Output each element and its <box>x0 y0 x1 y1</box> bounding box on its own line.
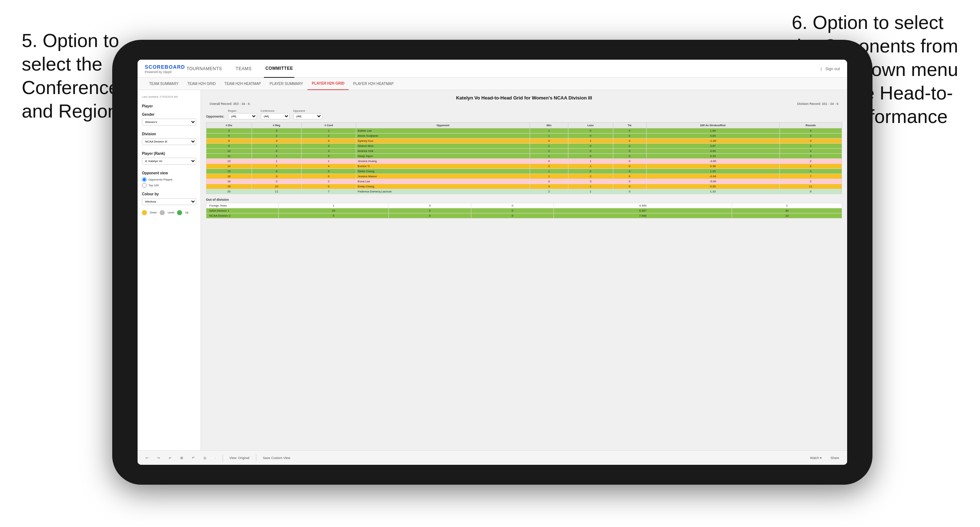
cell-tie: 0 <box>613 144 646 149</box>
nav-item-tournaments[interactable]: TOURNAMENTS <box>185 60 223 78</box>
cell-rounds: 7 <box>780 174 842 179</box>
cell-div: 19 <box>206 184 252 189</box>
cell-conf: 3 <box>302 138 356 144</box>
cell-tie: 0 <box>613 154 646 159</box>
cell-tie: 0 <box>613 179 646 184</box>
table-row: 19 10 6 Emily Chang 4 1 0 0.30 11 <box>206 184 842 189</box>
col-div: # Div <box>206 122 252 129</box>
cell-tie: 0 <box>613 159 646 164</box>
conference-filter-select[interactable]: (All) <box>261 113 290 119</box>
down-indicator <box>142 210 147 215</box>
ood-table-row: NAIA Division 1 15 0 0 9.267 30 <box>206 208 842 213</box>
opponent-filter-group: Opponent (All) <box>293 109 322 119</box>
cell-diff: 4.00 <box>646 149 780 154</box>
player-rank-select[interactable]: 8. Katelyn Vo <box>142 158 196 165</box>
toolbar-rotate[interactable]: ↶ <box>190 456 197 460</box>
subnav-player-summary[interactable]: PLAYER SUMMARY <box>266 78 307 90</box>
cell-reg: 11 <box>251 189 301 194</box>
cell-opponent: Jessica Huang <box>356 159 530 164</box>
subnav-team-h2h-grid[interactable]: TEAM H2H GRID <box>183 78 220 90</box>
tablet-screen: SCOREBOARD Powered by clippd TOURNAMENTS… <box>138 60 847 465</box>
cell-rounds: 4 <box>780 169 842 174</box>
table-row: 13 1 1 Jessica Huang 0 1 0 -3.00 2 <box>206 159 842 164</box>
nav-item-teams[interactable]: TEAMS <box>234 60 253 78</box>
toolbar-grid[interactable]: ⊞ <box>178 456 185 460</box>
cell-label: Foreign Team <box>206 203 279 208</box>
cell-tie: 0 <box>613 164 646 169</box>
cell-div: 11 <box>206 154 252 159</box>
subnav-player-h2h-grid[interactable]: PLAYER H2H GRID <box>307 78 348 90</box>
subnav-team-summary[interactable]: TEAM SUMMARY <box>145 78 183 90</box>
cell-win: 1 <box>530 174 568 179</box>
down-label: Down <box>150 211 157 214</box>
view-original-btn[interactable]: View: Original <box>228 456 251 460</box>
cell-loss: 2 <box>568 164 613 169</box>
cell-rounds: 3 <box>780 138 842 144</box>
cell-rounds: 11 <box>780 184 842 189</box>
app-nav: SCOREBOARD Powered by clippd TOURNAMENTS… <box>138 60 847 78</box>
cell-rounds: 6 <box>780 189 842 194</box>
filters-row: Opponents: Region (All) Conference (All) <box>206 109 842 119</box>
cell-loss: 0 <box>568 129 613 133</box>
cell-opponent: Sharon Mun <box>356 144 530 149</box>
region-filter-select[interactable]: (All) <box>228 113 257 119</box>
cell-conf: 1 <box>302 129 356 133</box>
opponents-played-radio[interactable] <box>142 177 146 182</box>
opponent-filter-select[interactable]: (All) <box>293 113 322 119</box>
level-label: Level <box>168 211 174 214</box>
table-row: 11 2 5 Heejo Hyun 1 0 0 3.33 3 <box>206 154 842 159</box>
toolbar-circle[interactable]: ◎ <box>201 456 208 460</box>
cell-div: 18 <box>206 179 252 184</box>
col-win: Win <box>530 122 568 129</box>
left-panel: Last Updated: 27/03/2024 AM Player Gende… <box>138 90 201 450</box>
toolbar-undo[interactable]: ↩ <box>143 456 151 460</box>
cell-tie: 0 <box>471 203 554 208</box>
last-updated: Last Updated: 27/03/2024 AM <box>142 95 196 99</box>
cell-div: 20 <box>206 189 252 194</box>
colour-by-title: Colour by <box>142 192 196 196</box>
cell-loss: 2 <box>568 174 613 179</box>
cell-diff: -5.00 <box>646 179 780 184</box>
save-custom-view-btn[interactable]: Save Custom View <box>261 456 293 460</box>
cell-div: 9 <box>206 144 252 149</box>
out-of-division-header: Out of division <box>206 198 842 202</box>
share-btn[interactable]: Share <box>828 456 842 460</box>
col-conf: # Conf <box>302 122 356 129</box>
opponents-played-label: Opponents Played <box>148 178 172 181</box>
cell-rounds: 10 <box>732 213 842 219</box>
subnav-player-h2h-heatmap[interactable]: PLAYER H2H HEATMAP <box>348 78 398 90</box>
subnav-team-h2h-heatmap[interactable]: TEAM H2H HEATMAP <box>220 78 266 90</box>
cell-diff: 4.500 <box>554 203 732 208</box>
cell-diff: 1.33 <box>646 189 780 194</box>
cell-loss: 3 <box>568 179 613 184</box>
cell-diff: 0.38 <box>646 164 780 169</box>
division-select[interactable]: NCAA Division III <box>142 138 196 145</box>
h2h-records: Overall Record: 353 - 34 - 6 Division Re… <box>206 102 842 106</box>
cell-rounds: 2 <box>732 203 842 208</box>
cell-reg: 10 <box>251 184 301 189</box>
cell-reg: 6 <box>251 149 301 154</box>
cell-win: 15 <box>279 208 389 213</box>
cell-win: 1 <box>530 144 568 149</box>
sign-out-link[interactable]: Sign out <box>826 67 840 71</box>
toolbar-back[interactable]: ↩ <box>167 456 174 460</box>
colour-by-select[interactable]: Win/loss <box>142 198 196 205</box>
watch-btn[interactable]: Watch ▾ <box>808 456 824 460</box>
nav-item-committee[interactable]: COMMITTEE <box>264 60 295 78</box>
h2h-title: Katelyn Vo Head-to-Head Grid for Women's… <box>206 95 842 100</box>
table-row: 15 8 5 Stella Cheng 1 0 0 1.25 4 <box>206 169 842 174</box>
app-logo: SCOREBOARD Powered by clippd <box>145 63 185 74</box>
table-row: 10 6 3 Andrea York 2 0 0 4.00 4 <box>206 149 842 154</box>
cell-win: 4 <box>530 184 568 189</box>
cell-tie: 0 <box>613 184 646 189</box>
top100-radio[interactable] <box>142 183 146 188</box>
cell-div: 10 <box>206 149 252 154</box>
gender-select[interactable]: Women's <box>142 119 196 125</box>
conference-filter-group: Conference (All) <box>261 109 290 119</box>
cell-win: 5 <box>279 213 389 219</box>
cell-div: 3 <box>206 129 252 133</box>
cell-win: 2 <box>530 149 568 154</box>
toolbar-redo[interactable]: ↪ <box>155 456 162 460</box>
cell-tie: 0 <box>613 189 646 194</box>
toolbar-dot[interactable]: · <box>213 456 218 460</box>
